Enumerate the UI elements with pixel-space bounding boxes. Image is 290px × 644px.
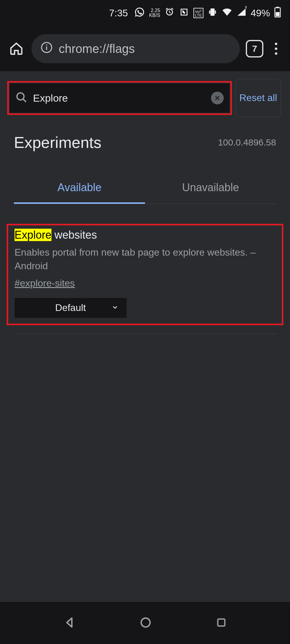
tab-available[interactable]: Available	[14, 173, 145, 204]
svg-rect-3	[276, 12, 280, 16]
page-title: Experiments	[14, 133, 101, 152]
clock-text: 7:35	[109, 8, 128, 19]
svg-rect-6	[46, 44, 47, 45]
flag-title: Explore websites	[15, 229, 275, 241]
svg-rect-5	[46, 46, 47, 50]
page-info-icon[interactable]	[41, 41, 53, 56]
android-nav-bar	[0, 602, 290, 644]
wifi-icon	[222, 8, 232, 19]
flag-state-select[interactable]: Default	[15, 298, 127, 318]
flag-description: Enables portal from new tab page to expl…	[15, 246, 275, 273]
url-text: chrome://flags	[59, 42, 135, 56]
alarm-icon	[164, 7, 175, 19]
flags-page: Reset all Experiments 100.0.4896.58 Avai…	[0, 71, 290, 606]
svg-point-9	[141, 618, 150, 627]
nav-recents-button[interactable]	[215, 616, 227, 630]
nfc-icon	[179, 7, 189, 19]
browser-toolbar: chrome://flags 7	[0, 26, 290, 71]
volte-icon: Vo))LTE	[193, 8, 203, 18]
tab-unavailable[interactable]: Unavailable	[145, 173, 276, 204]
data-rate-indicator: 2.25KB/S	[149, 8, 160, 18]
flags-tabs: Available Unavailable	[14, 173, 276, 204]
flags-search-box[interactable]	[9, 83, 230, 113]
android-status-bar: 7:35 2.25KB/S Vo))LTE x 49%	[0, 0, 290, 26]
tab-switcher-button[interactable]: 7	[246, 40, 263, 57]
vibrate-icon	[208, 7, 217, 19]
clear-search-button[interactable]	[211, 92, 224, 104]
battery-percent: 49%	[251, 8, 270, 19]
svg-line-8	[23, 99, 26, 102]
svg-rect-2	[276, 7, 278, 8]
home-button[interactable]	[7, 40, 25, 58]
svg-rect-10	[218, 619, 225, 626]
chevron-down-icon	[111, 302, 119, 313]
flag-hash-link[interactable]: #explore-sites	[15, 278, 75, 289]
url-bar[interactable]: chrome://flags	[31, 34, 240, 63]
svg-point-7	[17, 93, 24, 100]
signal-icon: x	[237, 8, 246, 19]
battery-icon	[274, 7, 281, 20]
version-text: 100.0.4896.58	[218, 137, 276, 148]
search-icon	[15, 91, 28, 105]
flags-search-input[interactable]	[33, 92, 206, 104]
svg-rect-0	[211, 9, 214, 15]
nav-back-button[interactable]	[63, 616, 76, 630]
nav-home-button[interactable]	[139, 616, 152, 630]
reset-all-button[interactable]: Reset all	[236, 79, 281, 117]
browser-menu-button[interactable]	[269, 43, 283, 55]
whatsapp-icon	[134, 7, 145, 20]
